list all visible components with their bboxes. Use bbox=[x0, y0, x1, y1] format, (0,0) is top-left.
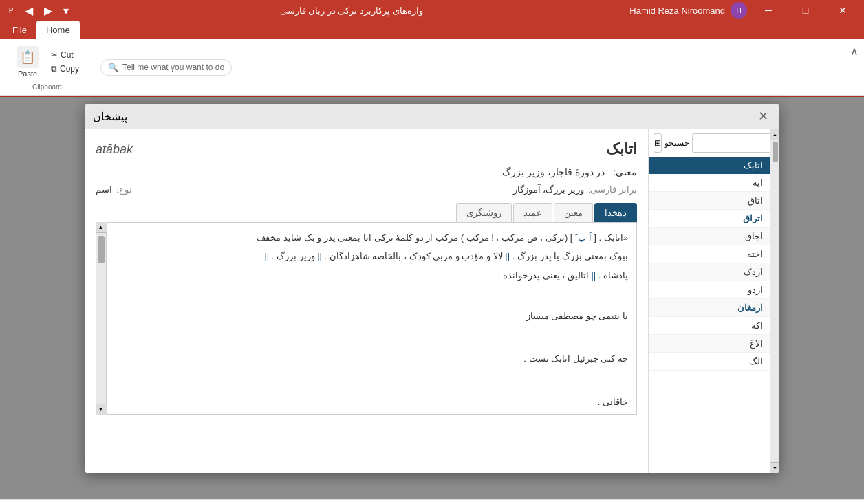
sidebar-item-alaq[interactable]: الگ bbox=[649, 353, 770, 371]
paste-button[interactable]: 📋 Paste bbox=[11, 43, 44, 80]
dict-text-box[interactable]: «اتابک . [ اَ ب َ ] (ترکی ، ص مرکب ، ! م… bbox=[96, 222, 637, 415]
sidebar-search-input[interactable] bbox=[692, 133, 779, 153]
copy-label: Copy bbox=[60, 64, 79, 74]
sidebar-item-otraq[interactable]: اتراق bbox=[649, 210, 770, 228]
sidebar-item-ake[interactable]: اکه bbox=[649, 317, 770, 335]
cut-label: Cut bbox=[61, 50, 74, 60]
tell-me-text: Tell me what you want to do bbox=[122, 63, 224, 72]
detail-type: نوع: اسم bbox=[96, 184, 132, 195]
sidebar-scroll-up-button[interactable]: ▲ bbox=[770, 129, 780, 140]
ribbon-tabs: File Home bbox=[0, 21, 864, 39]
user-name: Hamid Reza Niroomand bbox=[629, 6, 725, 16]
dict-text-wrapper: «اتابک . [ اَ ب َ ] (ترکی ، ص مرکب ، ! م… bbox=[96, 222, 637, 415]
cut-button[interactable]: ✂ Cut bbox=[47, 49, 83, 61]
tab-home[interactable]: Home bbox=[36, 21, 80, 39]
title-bar: P ◀ ▶ ▾ واژه‌های پرکاربرد ترکی در زبان ف… bbox=[0, 0, 864, 21]
text-line-8 bbox=[110, 373, 628, 388]
scroll-thumb bbox=[98, 236, 105, 263]
sidebar-item-ordu[interactable]: اردو bbox=[649, 281, 770, 299]
dict-header: اتابک atābak bbox=[96, 140, 637, 158]
ribbon-collapse-button[interactable]: ∧ bbox=[850, 45, 858, 58]
tab-amid[interactable]: عمید bbox=[513, 203, 552, 222]
sidebar-item-aye[interactable]: ایه bbox=[649, 174, 770, 192]
tell-me-input[interactable]: 🔍 Tell me what you want to do bbox=[100, 59, 232, 76]
scroll-down-button[interactable]: ▼ bbox=[96, 404, 107, 415]
sidebar-item-otaq[interactable]: اتاق bbox=[649, 192, 770, 210]
sidebar-item-olag[interactable]: الاغ bbox=[649, 335, 770, 353]
ribbon: File Home 📋 Paste ✂ Cut ⧉ Copy bbox=[0, 21, 864, 97]
cut-copy-group: ✂ Cut ⧉ Copy bbox=[47, 49, 83, 75]
word-details: برابر فارسی: وزیر بزرگ، آموزگار نوع: اسم bbox=[96, 184, 637, 195]
text-line-2: بیوک بمعنی بزرگ یا پدر بزرگ . || لالا و … bbox=[110, 248, 628, 264]
bottom-bar: W پیشنهاد 📖 منابع ❓ راهنما ℹ درباره ما bbox=[0, 499, 864, 504]
clipboard-label: Clipboard bbox=[32, 83, 62, 91]
sidebar-item-armaqan[interactable]: ارمغان bbox=[649, 299, 770, 317]
tab-dehkhoda[interactable]: دهخدا bbox=[594, 203, 637, 222]
main-area: پیشخان ✕ اتابک atābak معنی: در دور bbox=[0, 97, 864, 499]
tell-me-area: 🔍 Tell me what you want to do bbox=[100, 59, 232, 76]
sidebar-copy-button[interactable]: ⊞ bbox=[654, 133, 662, 153]
nav-menu-button[interactable]: ▾ bbox=[59, 3, 73, 19]
text-line-4 bbox=[110, 286, 628, 302]
text-line-3: پادشاه . || اتالیق ، یعنی پدرخوانده : bbox=[110, 267, 628, 283]
modal-header: پیشخان ✕ bbox=[85, 104, 779, 129]
tab-roshanegari[interactable]: روشنگری bbox=[456, 203, 512, 222]
text-line-7: چه کنی جبرئیل اتابک تست . bbox=[110, 351, 628, 366]
paste-label: Paste bbox=[18, 69, 37, 78]
word-title-persian: اتابک bbox=[606, 140, 637, 158]
sidebar-scrollbar: ▲ ▼ bbox=[770, 129, 779, 473]
clipboard-buttons: 📋 Paste ✂ Cut ⧉ Copy bbox=[11, 43, 83, 80]
modal-close-button[interactable]: ✕ bbox=[755, 108, 771, 124]
modal-overlay: پیشخان ✕ اتابک atābak معنی: در دور bbox=[0, 97, 864, 499]
text-line-1: «اتابک . [ اَ ب َ ] (ترکی ، ص مرکب ، ! م… bbox=[110, 230, 628, 245]
word-title-latin: atābak bbox=[96, 142, 133, 157]
avatar: H bbox=[731, 2, 747, 19]
modal-body: اتابک atābak معنی: در دورهٔ قاجار، وزیر … bbox=[85, 129, 779, 473]
meaning-text: در دورهٔ قاجار، وزیر بزرگ bbox=[502, 166, 605, 177]
ribbon-content: 📋 Paste ✂ Cut ⧉ Copy Clipboard bbox=[0, 39, 864, 96]
text-line-9: خاقانی . bbox=[110, 394, 628, 410]
nav-back-button[interactable]: ◀ bbox=[21, 3, 37, 19]
sidebar-scroll-thumb bbox=[773, 142, 778, 162]
dict-content: اتابک atābak معنی: در دورهٔ قاجار، وزیر … bbox=[85, 129, 649, 473]
user-area: Hamid Reza Niroomand H ─ □ ✕ bbox=[629, 0, 858, 21]
type-label: نوع: bbox=[116, 184, 132, 195]
nav-forward-button[interactable]: ▶ bbox=[40, 3, 56, 19]
close-window-button[interactable]: ✕ bbox=[827, 0, 858, 21]
text-scrollbar: ▲ ▼ bbox=[96, 222, 107, 415]
word-meaning: معنی: در دورهٔ قاجار، وزیر بزرگ bbox=[96, 166, 637, 177]
copy-button[interactable]: ⧉ Copy bbox=[47, 63, 83, 75]
search-label: جستجو bbox=[665, 138, 689, 149]
scroll-up-button[interactable]: ▲ bbox=[96, 222, 107, 233]
tab-moeen[interactable]: معین bbox=[554, 203, 593, 222]
title-bar-left: P ◀ ▶ ▾ bbox=[6, 3, 73, 19]
sidebar-list: ایه اتاق اتراق اجاق اخته اردک اردو ارمغا… bbox=[649, 174, 770, 371]
detail-persian-equiv: برابر فارسی: وزیر بزرگ، آموزگار bbox=[513, 184, 637, 195]
dict-tabs: دهخدا معین عمید روشنگری bbox=[96, 203, 637, 222]
modal-dialog: پیشخان ✕ اتابک atābak معنی: در دور bbox=[85, 104, 779, 473]
window-title: واژه‌های پرکاربرد ترکی در زبان فارسی bbox=[73, 6, 629, 16]
app-icon: P bbox=[6, 5, 17, 16]
meaning-label: معنی: bbox=[613, 166, 637, 177]
search-icon: 🔍 bbox=[108, 63, 118, 72]
sidebar-toolbar: ⊞ جستجو 🔍 bbox=[649, 129, 770, 157]
tab-file[interactable]: File bbox=[3, 21, 36, 39]
text-line-5: با یتیمی چو مصطفی میساز bbox=[110, 308, 628, 324]
persian-equiv-value: وزیر بزرگ، آموزگار bbox=[513, 184, 584, 195]
maximize-button[interactable]: □ bbox=[790, 0, 821, 21]
active-word-chip: اتابک bbox=[649, 157, 770, 174]
sidebar-scroll-down-button[interactable]: ▼ bbox=[770, 462, 780, 473]
minimize-button[interactable]: ─ bbox=[753, 0, 784, 21]
nav-controls: ◀ ▶ ▾ bbox=[21, 3, 73, 19]
sidebar-item-akhte[interactable]: اخته bbox=[649, 245, 770, 263]
dict-sidebar: ▲ ▼ ⊞ جستجو 🔍 اتابک ایه bbox=[649, 129, 779, 473]
type-value: اسم bbox=[96, 184, 112, 195]
cut-icon: ✂ bbox=[51, 50, 58, 60]
ribbon-group-clipboard: 📋 Paste ✂ Cut ⧉ Copy Clipboard bbox=[6, 43, 89, 91]
paste-icon: 📋 bbox=[17, 46, 39, 68]
text-line-6 bbox=[110, 329, 628, 345]
persian-equiv-label: برابر فارسی: bbox=[588, 184, 637, 195]
sidebar-item-ojaq[interactable]: اجاق bbox=[649, 228, 770, 245]
sidebar-item-ordak[interactable]: اردک bbox=[649, 263, 770, 281]
copy-icon: ⧉ bbox=[51, 64, 57, 74]
